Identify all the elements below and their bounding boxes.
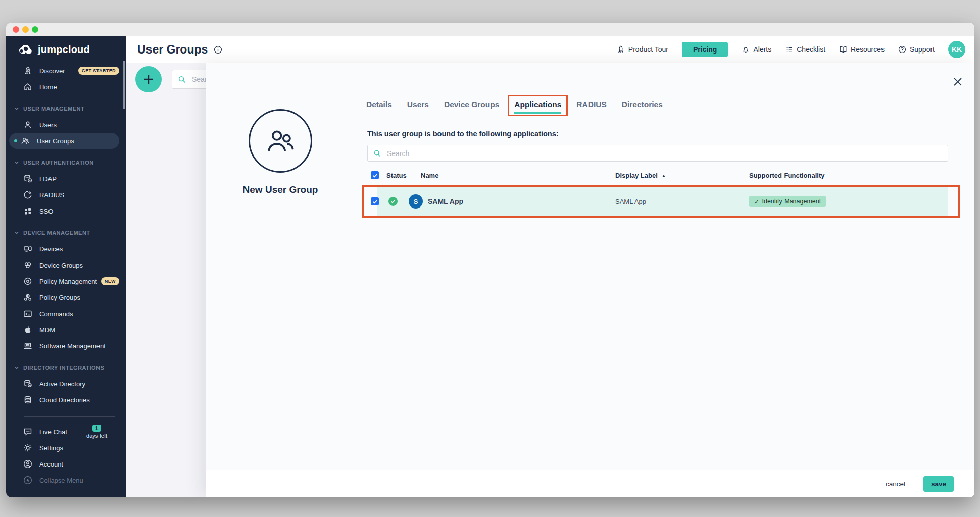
column-header-supported-functionality[interactable]: Supported Functionality bbox=[749, 172, 825, 179]
minimize-window-button[interactable] bbox=[22, 26, 29, 33]
sidebar: jumpcloud Discover GET STARTED Home bbox=[6, 36, 126, 497]
sidebar-item-account[interactable]: Account bbox=[6, 456, 126, 472]
rocket-icon bbox=[23, 66, 32, 75]
grid-icon bbox=[23, 206, 32, 216]
sidebar-item-mdm[interactable]: MDM bbox=[6, 322, 126, 338]
tab-directories[interactable]: Directories bbox=[622, 100, 663, 112]
sidebar-item-settings[interactable]: Settings bbox=[6, 440, 126, 456]
chevron-down-icon bbox=[14, 365, 19, 370]
section-label: DEVICE MANAGEMENT bbox=[23, 230, 90, 236]
product-tour-rocket-icon bbox=[617, 45, 625, 54]
save-button[interactable]: save bbox=[923, 476, 954, 492]
support-button[interactable]: Support bbox=[898, 45, 935, 54]
active-indicator-dot bbox=[14, 139, 17, 142]
alerts-label: Alerts bbox=[753, 45, 771, 54]
sidebar-item-ldap[interactable]: LDAP bbox=[6, 171, 126, 187]
sidebar-section-user-authentication[interactable]: USER AUTHENTICATION bbox=[6, 154, 126, 171]
app-header: User Groups Product Tour Pricing bbox=[126, 36, 974, 63]
tab-applications[interactable]: Applications bbox=[514, 100, 561, 114]
sidebar-item-live-chat[interactable]: Live Chat 1 days left bbox=[6, 424, 126, 440]
user-group-drawer: New User Group Details Users Device Grou… bbox=[206, 63, 974, 497]
sidebar-item-policy-groups[interactable]: Policy Groups bbox=[6, 289, 126, 305]
tab-radius[interactable]: RADIUS bbox=[576, 100, 606, 112]
sidebar-item-devices[interactable]: Devices bbox=[6, 241, 126, 257]
sidebar-item-users[interactable]: Users bbox=[6, 117, 126, 133]
sidebar-scrollbar[interactable] bbox=[123, 61, 125, 109]
pricing-button[interactable]: Pricing bbox=[682, 42, 728, 57]
row-checkbox[interactable] bbox=[371, 197, 379, 205]
cloud-directories-icon bbox=[23, 395, 32, 404]
sidebar-item-label: Policy Groups bbox=[39, 294, 80, 301]
column-header-name[interactable]: Name bbox=[421, 172, 438, 179]
sidebar-item-label: Cloud Directories bbox=[39, 396, 90, 404]
app-display-label: SAML App bbox=[615, 198, 646, 205]
product-tour-button[interactable]: Product Tour bbox=[617, 45, 668, 54]
tab-details[interactable]: Details bbox=[366, 100, 392, 112]
sidebar-divider bbox=[24, 416, 115, 417]
sidebar-section-directory-integrations[interactable]: DIRECTORY INTEGRATIONS bbox=[6, 359, 126, 376]
sidebar-item-policy-management[interactable]: Policy Management NEW bbox=[6, 273, 126, 289]
cancel-button[interactable]: cancel bbox=[883, 480, 908, 488]
section-label: DIRECTORY INTEGRATIONS bbox=[23, 365, 104, 371]
sidebar-item-label: Commands bbox=[39, 310, 73, 318]
sidebar-item-active-directory[interactable]: Active Directory bbox=[6, 376, 126, 392]
tab-users[interactable]: Users bbox=[407, 100, 429, 112]
alerts-button[interactable]: Alerts bbox=[742, 45, 771, 54]
applications-search-box[interactable] bbox=[367, 145, 948, 162]
new-badge: NEW bbox=[101, 277, 119, 285]
tab-applications-label: Applications bbox=[514, 100, 561, 109]
jumpcloud-cloud-icon bbox=[18, 44, 33, 55]
search-icon bbox=[178, 75, 186, 84]
sidebar-item-label: Settings bbox=[39, 444, 63, 452]
check-icon bbox=[372, 199, 378, 204]
jumpcloud-logo: jumpcloud bbox=[6, 36, 126, 63]
select-all-checkbox[interactable] bbox=[371, 171, 379, 179]
sidebar-item-label: Device Groups bbox=[39, 262, 83, 269]
column-header-display-label[interactable]: Display Label ▲ bbox=[615, 172, 666, 179]
sidebar-item-discover[interactable]: Discover GET STARTED bbox=[6, 63, 126, 79]
sidebar-section-user-management[interactable]: USER MANAGEMENT bbox=[6, 100, 126, 117]
sidebar-item-radius[interactable]: RADIUS bbox=[6, 187, 126, 203]
search-icon bbox=[373, 149, 381, 158]
app-name: SAML App bbox=[428, 197, 463, 205]
sidebar-item-cloud-directories[interactable]: Cloud Directories bbox=[6, 392, 126, 408]
add-user-group-button[interactable] bbox=[135, 66, 162, 92]
sidebar-item-device-groups[interactable]: Device Groups bbox=[6, 257, 126, 273]
chevron-down-icon bbox=[14, 160, 19, 165]
sidebar-item-home[interactable]: Home bbox=[6, 79, 126, 95]
sidebar-item-commands[interactable]: Commands bbox=[6, 305, 126, 322]
logo-wordmark: jumpcloud bbox=[38, 44, 90, 56]
close-window-button[interactable] bbox=[13, 26, 19, 33]
sidebar-item-label: Devices bbox=[39, 245, 63, 253]
main-area: User Groups Product Tour Pricing bbox=[126, 36, 974, 497]
sidebar-item-sso[interactable]: SSO bbox=[6, 203, 126, 219]
trial-days-label: days left bbox=[86, 433, 107, 439]
policy-groups-icon bbox=[23, 293, 32, 302]
close-icon[interactable] bbox=[949, 73, 966, 90]
resources-label: Resources bbox=[851, 45, 885, 54]
question-circle-icon bbox=[898, 45, 906, 54]
trial-countdown: 1 days left bbox=[86, 425, 107, 439]
sidebar-item-label: Users bbox=[39, 121, 57, 129]
user-avatar[interactable]: KK bbox=[948, 41, 965, 58]
zoom-window-button[interactable] bbox=[32, 26, 38, 33]
sidebar-section-device-management[interactable]: DEVICE MANAGEMENT bbox=[6, 225, 126, 241]
sidebar-item-user-groups[interactable]: User Groups bbox=[9, 133, 119, 149]
sidebar-item-collapse-menu[interactable]: Collapse Menu bbox=[6, 472, 126, 488]
user-group-avatar bbox=[249, 109, 312, 173]
info-icon[interactable] bbox=[214, 45, 222, 54]
applications-search-input[interactable] bbox=[386, 149, 942, 158]
column-header-status[interactable]: Status bbox=[386, 172, 407, 179]
sidebar-item-label: RADIUS bbox=[39, 191, 64, 199]
badge-check-icon: ✓ bbox=[754, 198, 759, 205]
resources-button[interactable]: Resources bbox=[839, 45, 885, 54]
sidebar-item-label: Collapse Menu bbox=[39, 477, 83, 484]
radius-icon bbox=[23, 190, 32, 199]
user-group-icon bbox=[21, 136, 30, 145]
tab-device-groups[interactable]: Device Groups bbox=[444, 100, 499, 112]
checklist-button[interactable]: Checklist bbox=[785, 45, 825, 54]
sidebar-item-software-management[interactable]: Software Management bbox=[6, 338, 126, 354]
section-label: USER AUTHENTICATION bbox=[23, 160, 94, 166]
apple-icon bbox=[23, 325, 32, 334]
database-icon bbox=[23, 174, 32, 183]
